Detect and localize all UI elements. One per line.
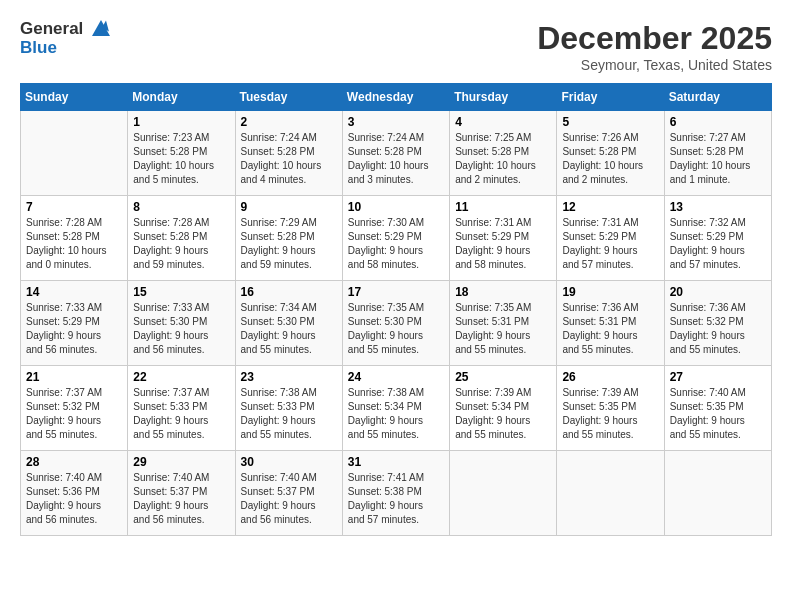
- day-info: Sunrise: 7:39 AMSunset: 5:35 PMDaylight:…: [562, 386, 658, 442]
- day-info: Sunrise: 7:40 AMSunset: 5:37 PMDaylight:…: [133, 471, 229, 527]
- day-number: 12: [562, 200, 658, 214]
- calendar-cell: 29Sunrise: 7:40 AMSunset: 5:37 PMDayligh…: [128, 451, 235, 536]
- subtitle: Seymour, Texas, United States: [537, 57, 772, 73]
- day-number: 23: [241, 370, 337, 384]
- calendar-cell: 11Sunrise: 7:31 AMSunset: 5:29 PMDayligh…: [450, 196, 557, 281]
- day-number: 7: [26, 200, 122, 214]
- calendar-cell: [21, 111, 128, 196]
- calendar-cell: 28Sunrise: 7:40 AMSunset: 5:36 PMDayligh…: [21, 451, 128, 536]
- calendar-cell: 1Sunrise: 7:23 AMSunset: 5:28 PMDaylight…: [128, 111, 235, 196]
- day-number: 16: [241, 285, 337, 299]
- calendar-cell: 12Sunrise: 7:31 AMSunset: 5:29 PMDayligh…: [557, 196, 664, 281]
- logo-line1: General: [20, 20, 112, 39]
- title-section: December 2025 Seymour, Texas, United Sta…: [537, 20, 772, 73]
- logo-icon: [90, 18, 112, 38]
- calendar-cell: 18Sunrise: 7:35 AMSunset: 5:31 PMDayligh…: [450, 281, 557, 366]
- calendar-cell: 13Sunrise: 7:32 AMSunset: 5:29 PMDayligh…: [664, 196, 771, 281]
- calendar-cell: 22Sunrise: 7:37 AMSunset: 5:33 PMDayligh…: [128, 366, 235, 451]
- day-info: Sunrise: 7:24 AMSunset: 5:28 PMDaylight:…: [348, 131, 444, 187]
- day-info: Sunrise: 7:41 AMSunset: 5:38 PMDaylight:…: [348, 471, 444, 527]
- day-number: 29: [133, 455, 229, 469]
- day-header-friday: Friday: [557, 84, 664, 111]
- day-number: 22: [133, 370, 229, 384]
- day-number: 31: [348, 455, 444, 469]
- day-header-saturday: Saturday: [664, 84, 771, 111]
- day-info: Sunrise: 7:35 AMSunset: 5:30 PMDaylight:…: [348, 301, 444, 357]
- day-number: 17: [348, 285, 444, 299]
- day-number: 18: [455, 285, 551, 299]
- day-info: Sunrise: 7:26 AMSunset: 5:28 PMDaylight:…: [562, 131, 658, 187]
- day-info: Sunrise: 7:40 AMSunset: 5:35 PMDaylight:…: [670, 386, 766, 442]
- day-number: 4: [455, 115, 551, 129]
- calendar-cell: 21Sunrise: 7:37 AMSunset: 5:32 PMDayligh…: [21, 366, 128, 451]
- day-info: Sunrise: 7:40 AMSunset: 5:37 PMDaylight:…: [241, 471, 337, 527]
- day-number: 20: [670, 285, 766, 299]
- calendar-week-2: 7Sunrise: 7:28 AMSunset: 5:28 PMDaylight…: [21, 196, 772, 281]
- calendar-cell: 2Sunrise: 7:24 AMSunset: 5:28 PMDaylight…: [235, 111, 342, 196]
- calendar-cell: [664, 451, 771, 536]
- day-header-thursday: Thursday: [450, 84, 557, 111]
- calendar-cell: 4Sunrise: 7:25 AMSunset: 5:28 PMDaylight…: [450, 111, 557, 196]
- calendar-cell: 7Sunrise: 7:28 AMSunset: 5:28 PMDaylight…: [21, 196, 128, 281]
- calendar-cell: 15Sunrise: 7:33 AMSunset: 5:30 PMDayligh…: [128, 281, 235, 366]
- day-number: 24: [348, 370, 444, 384]
- day-info: Sunrise: 7:38 AMSunset: 5:33 PMDaylight:…: [241, 386, 337, 442]
- day-info: Sunrise: 7:33 AMSunset: 5:29 PMDaylight:…: [26, 301, 122, 357]
- day-number: 1: [133, 115, 229, 129]
- day-info: Sunrise: 7:29 AMSunset: 5:28 PMDaylight:…: [241, 216, 337, 272]
- calendar-cell: 10Sunrise: 7:30 AMSunset: 5:29 PMDayligh…: [342, 196, 449, 281]
- day-info: Sunrise: 7:37 AMSunset: 5:33 PMDaylight:…: [133, 386, 229, 442]
- day-info: Sunrise: 7:31 AMSunset: 5:29 PMDaylight:…: [455, 216, 551, 272]
- logo-line2: Blue: [20, 39, 112, 58]
- calendar-table: SundayMondayTuesdayWednesdayThursdayFrid…: [20, 83, 772, 536]
- calendar-cell: 27Sunrise: 7:40 AMSunset: 5:35 PMDayligh…: [664, 366, 771, 451]
- day-number: 30: [241, 455, 337, 469]
- day-info: Sunrise: 7:32 AMSunset: 5:29 PMDaylight:…: [670, 216, 766, 272]
- calendar-cell: 9Sunrise: 7:29 AMSunset: 5:28 PMDaylight…: [235, 196, 342, 281]
- calendar-cell: 17Sunrise: 7:35 AMSunset: 5:30 PMDayligh…: [342, 281, 449, 366]
- day-number: 3: [348, 115, 444, 129]
- calendar-cell: 26Sunrise: 7:39 AMSunset: 5:35 PMDayligh…: [557, 366, 664, 451]
- day-number: 21: [26, 370, 122, 384]
- day-number: 10: [348, 200, 444, 214]
- calendar-week-5: 28Sunrise: 7:40 AMSunset: 5:36 PMDayligh…: [21, 451, 772, 536]
- main-title: December 2025: [537, 20, 772, 57]
- page-header: General Blue December 2025 Seymour, Texa…: [20, 20, 772, 73]
- day-header-tuesday: Tuesday: [235, 84, 342, 111]
- day-number: 6: [670, 115, 766, 129]
- day-info: Sunrise: 7:27 AMSunset: 5:28 PMDaylight:…: [670, 131, 766, 187]
- calendar-cell: 31Sunrise: 7:41 AMSunset: 5:38 PMDayligh…: [342, 451, 449, 536]
- day-number: 28: [26, 455, 122, 469]
- day-info: Sunrise: 7:34 AMSunset: 5:30 PMDaylight:…: [241, 301, 337, 357]
- day-number: 13: [670, 200, 766, 214]
- calendar-cell: 30Sunrise: 7:40 AMSunset: 5:37 PMDayligh…: [235, 451, 342, 536]
- day-header-wednesday: Wednesday: [342, 84, 449, 111]
- calendar-cell: 14Sunrise: 7:33 AMSunset: 5:29 PMDayligh…: [21, 281, 128, 366]
- day-info: Sunrise: 7:39 AMSunset: 5:34 PMDaylight:…: [455, 386, 551, 442]
- day-number: 11: [455, 200, 551, 214]
- day-info: Sunrise: 7:24 AMSunset: 5:28 PMDaylight:…: [241, 131, 337, 187]
- calendar-cell: 6Sunrise: 7:27 AMSunset: 5:28 PMDaylight…: [664, 111, 771, 196]
- calendar-cell: 3Sunrise: 7:24 AMSunset: 5:28 PMDaylight…: [342, 111, 449, 196]
- calendar-week-4: 21Sunrise: 7:37 AMSunset: 5:32 PMDayligh…: [21, 366, 772, 451]
- calendar-week-1: 1Sunrise: 7:23 AMSunset: 5:28 PMDaylight…: [21, 111, 772, 196]
- calendar-week-3: 14Sunrise: 7:33 AMSunset: 5:29 PMDayligh…: [21, 281, 772, 366]
- day-info: Sunrise: 7:28 AMSunset: 5:28 PMDaylight:…: [133, 216, 229, 272]
- day-number: 27: [670, 370, 766, 384]
- day-number: 25: [455, 370, 551, 384]
- day-number: 8: [133, 200, 229, 214]
- day-info: Sunrise: 7:36 AMSunset: 5:32 PMDaylight:…: [670, 301, 766, 357]
- calendar-header-row: SundayMondayTuesdayWednesdayThursdayFrid…: [21, 84, 772, 111]
- day-info: Sunrise: 7:40 AMSunset: 5:36 PMDaylight:…: [26, 471, 122, 527]
- calendar-cell: [450, 451, 557, 536]
- day-info: Sunrise: 7:31 AMSunset: 5:29 PMDaylight:…: [562, 216, 658, 272]
- day-info: Sunrise: 7:35 AMSunset: 5:31 PMDaylight:…: [455, 301, 551, 357]
- day-number: 2: [241, 115, 337, 129]
- calendar-cell: 19Sunrise: 7:36 AMSunset: 5:31 PMDayligh…: [557, 281, 664, 366]
- calendar-cell: 23Sunrise: 7:38 AMSunset: 5:33 PMDayligh…: [235, 366, 342, 451]
- day-number: 9: [241, 200, 337, 214]
- calendar-cell: 24Sunrise: 7:38 AMSunset: 5:34 PMDayligh…: [342, 366, 449, 451]
- calendar-cell: 25Sunrise: 7:39 AMSunset: 5:34 PMDayligh…: [450, 366, 557, 451]
- day-info: Sunrise: 7:37 AMSunset: 5:32 PMDaylight:…: [26, 386, 122, 442]
- calendar-cell: 20Sunrise: 7:36 AMSunset: 5:32 PMDayligh…: [664, 281, 771, 366]
